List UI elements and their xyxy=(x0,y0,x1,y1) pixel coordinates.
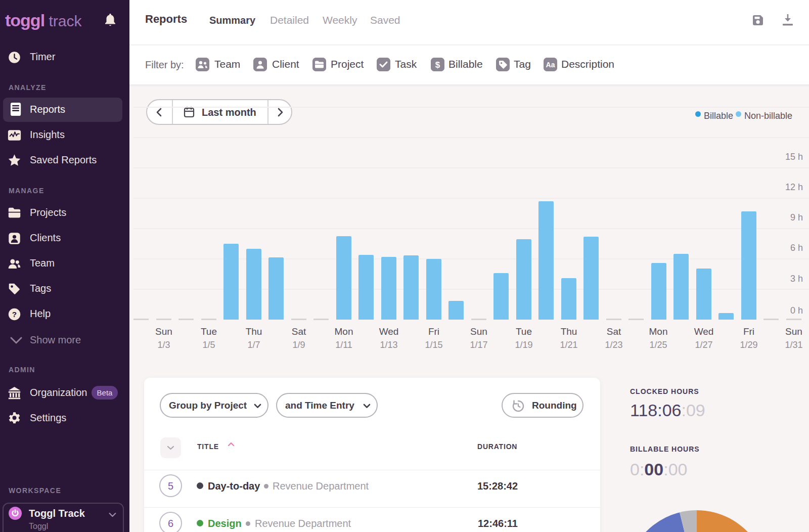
svg-text:$: $ xyxy=(435,60,440,70)
svg-text:Aa: Aa xyxy=(546,61,555,69)
svg-text:?: ? xyxy=(12,310,17,319)
